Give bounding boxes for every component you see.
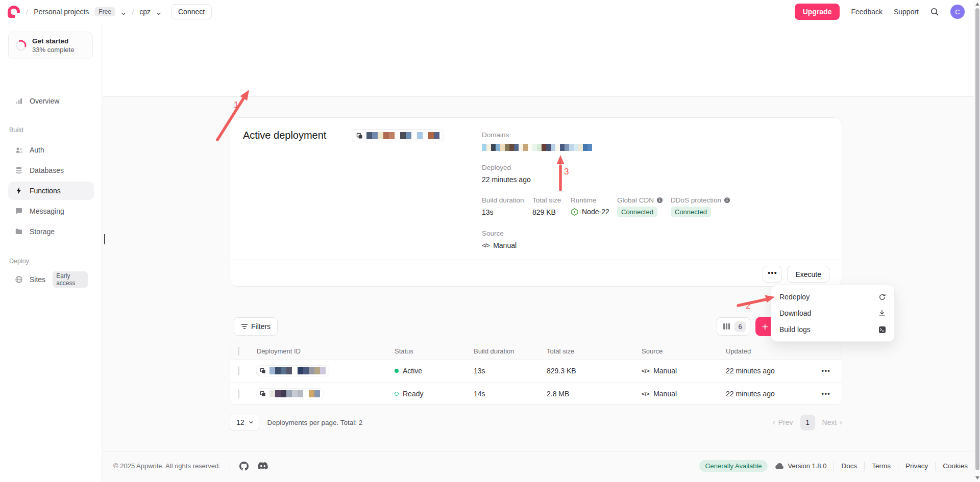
- appwrite-console: / Personal projects Free / cpz Connect U…: [0, 0, 980, 482]
- footer: © 2025 Appwrite. All rights reserved. Ge…: [113, 460, 968, 472]
- select-all-checkbox[interactable]: [238, 347, 239, 356]
- sidebar-item-messaging[interactable]: Messaging: [8, 202, 94, 220]
- next-button[interactable]: Next ›: [822, 418, 842, 426]
- search-icon[interactable]: [930, 7, 939, 16]
- info-icon[interactable]: [656, 197, 663, 204]
- col-source[interactable]: Source: [642, 347, 726, 355]
- get-started-card[interactable]: Get started 33% complete: [8, 32, 93, 59]
- deployed-value: 22 minutes ago: [482, 175, 531, 184]
- menu-item-build-logs[interactable]: Build logs: [771, 321, 894, 338]
- col-deployment-id[interactable]: Deployment ID: [257, 347, 395, 355]
- scrollbar-thumb[interactable]: [975, 8, 979, 470]
- chevron-down-icon: [249, 420, 254, 425]
- row-overflow-button[interactable]: •••: [813, 367, 842, 375]
- columns-count-badge: 6: [734, 321, 746, 332]
- sidebar-item-auth[interactable]: Auth: [8, 141, 94, 159]
- support-link[interactable]: Support: [894, 8, 919, 16]
- sidebar-section-build: Build: [9, 126, 23, 134]
- runtime-value: Node-22: [571, 208, 609, 216]
- connect-button[interactable]: Connect: [171, 4, 212, 19]
- sidebar-item-overview[interactable]: Overview: [8, 92, 94, 110]
- top-bar: / Personal projects Free / cpz Connect U…: [0, 0, 974, 23]
- menu-item-download[interactable]: Download: [771, 305, 894, 321]
- avatar[interactable]: C: [950, 5, 965, 19]
- breadcrumb-project[interactable]: cpz: [139, 8, 151, 16]
- bar-chart-icon: [14, 96, 23, 106]
- deployment-id-chip[interactable]: [352, 129, 444, 142]
- page-header: [103, 23, 974, 97]
- cloud-icon: [775, 463, 784, 469]
- sidebar-item-label: Functions: [30, 187, 61, 195]
- chevron-down-icon[interactable]: [121, 9, 126, 14]
- source-label: Source: [482, 230, 504, 237]
- sidebar-section-deploy: Deploy: [9, 258, 29, 265]
- status-text: Ready: [403, 390, 423, 398]
- cookies-link[interactable]: Cookies: [943, 462, 968, 470]
- prev-label: Prev: [778, 418, 793, 426]
- chevron-left-icon: ‹: [773, 418, 775, 426]
- discord-icon[interactable]: [258, 462, 268, 470]
- per-page-select[interactable]: 12: [230, 414, 259, 431]
- sidebar-item-label: Auth: [30, 146, 44, 154]
- database-icon: [14, 166, 23, 175]
- menu-item-label: Redeploy: [779, 293, 810, 301]
- code-icon: </>: [642, 368, 649, 374]
- docs-link[interactable]: Docs: [841, 462, 857, 470]
- appwrite-logo[interactable]: [7, 5, 20, 18]
- divider: [834, 462, 834, 471]
- page-scrollbar[interactable]: [974, 0, 980, 482]
- ddos-status-badge: Connected: [671, 207, 711, 217]
- global-cdn-text: Global CDN: [617, 196, 654, 204]
- terms-link[interactable]: Terms: [872, 462, 891, 470]
- table-row[interactable]: Active 13s 829.3 KB </>Manual 22 minutes…: [230, 360, 842, 382]
- page-number-button[interactable]: 1: [800, 415, 815, 430]
- col-status[interactable]: Status: [395, 347, 474, 355]
- col-total-size[interactable]: Total size: [547, 347, 642, 355]
- execute-button[interactable]: Execute: [787, 266, 829, 283]
- sidebar-item-label: Storage: [30, 227, 55, 236]
- redacted-domains: [482, 144, 592, 151]
- sidebar-item-databases[interactable]: Databases: [8, 161, 94, 180]
- table-row[interactable]: Ready 14s 2.8 MB </>Manual 22 minutes ag…: [230, 382, 842, 404]
- download-icon: [878, 309, 886, 317]
- next-label: Next: [822, 418, 837, 426]
- prev-button[interactable]: ‹ Prev: [773, 418, 793, 426]
- source-cell: Manual: [653, 367, 677, 375]
- row-checkbox[interactable]: [238, 389, 239, 398]
- sidebar-item-storage[interactable]: Storage: [8, 222, 94, 241]
- scroll-down-arrow[interactable]: [975, 476, 979, 479]
- version-label: Version 1.8.0: [788, 462, 827, 470]
- feedback-link[interactable]: Feedback: [851, 8, 882, 16]
- row-overflow-button[interactable]: •••: [813, 390, 842, 398]
- filters-button[interactable]: Filters: [234, 317, 278, 336]
- row-checkbox[interactable]: [238, 366, 239, 375]
- global-cdn-label: Global CDN: [617, 196, 663, 204]
- github-icon[interactable]: [239, 462, 249, 471]
- chevron-down-icon[interactable]: [156, 9, 161, 14]
- col-build-duration[interactable]: Build duration: [474, 347, 547, 355]
- divider: [898, 462, 898, 471]
- total-size-label: Total size: [532, 196, 561, 204]
- scroll-up-arrow[interactable]: [975, 3, 979, 6]
- sidebar-item-label: Messaging: [30, 207, 64, 215]
- sidebar-item-functions[interactable]: Functions: [8, 182, 94, 200]
- ddos-text: DDoS protection: [671, 196, 721, 204]
- sidebar-item-sites[interactable]: Sites Early access: [8, 270, 94, 289]
- menu-item-redeploy[interactable]: Redeploy: [771, 289, 894, 305]
- columns-button[interactable]: 6: [717, 317, 750, 336]
- pagination-summary: Deployments per page. Total: 2: [267, 419, 363, 426]
- deployment-overflow-button[interactable]: •••: [763, 266, 782, 283]
- col-updated[interactable]: Updated: [726, 347, 813, 355]
- deployment-id-chip[interactable]: [257, 366, 329, 376]
- privacy-link[interactable]: Privacy: [905, 462, 928, 470]
- menu-item-label: Build logs: [779, 325, 811, 334]
- deployment-id-chip[interactable]: [257, 389, 323, 399]
- copy-icon: [356, 133, 363, 139]
- globe-icon: [14, 275, 23, 284]
- status-text: Active: [403, 367, 422, 375]
- breadcrumb-org[interactable]: Personal projects: [34, 8, 89, 16]
- source-cell: Manual: [653, 390, 677, 398]
- upgrade-button[interactable]: Upgrade: [795, 4, 840, 20]
- info-icon[interactable]: [724, 197, 730, 204]
- status-badge: Generally Available: [699, 460, 767, 472]
